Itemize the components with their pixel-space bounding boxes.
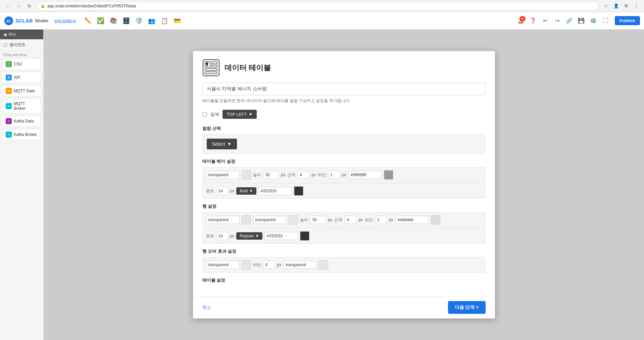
header-bg-color-picker[interactable] bbox=[242, 170, 251, 180]
bookmark-icon[interactable]: ☆ bbox=[602, 2, 610, 10]
row-font-style-label: Regular bbox=[240, 234, 254, 238]
select-chevron: ▼ bbox=[227, 141, 232, 147]
column-select-section: 컬럼 선택 Select ▼ bbox=[202, 126, 486, 154]
hover-color-input[interactable] bbox=[283, 261, 317, 269]
header-font-unit: px bbox=[230, 189, 235, 193]
card-icon[interactable]: 💳 bbox=[171, 15, 183, 27]
check-icon[interactable]: ✅ bbox=[95, 15, 107, 27]
kafka-data-icon: K bbox=[6, 118, 12, 124]
table-header-settings-title: 테이블 헤더 설정 bbox=[202, 158, 486, 164]
header-font-size-input[interactable] bbox=[216, 187, 228, 195]
header-font-color-picker[interactable] bbox=[294, 186, 303, 196]
settings-icon[interactable]: ⚙️ bbox=[588, 15, 599, 26]
sidebar-header-label: 메뉴 bbox=[8, 32, 16, 37]
row-font-size-input[interactable] bbox=[216, 232, 228, 240]
sidebar-item-mqtt-broker[interactable]: M MQTT Broker bbox=[2, 99, 41, 113]
hover-color-picker[interactable] bbox=[319, 260, 328, 270]
sidebar-item-element[interactable]: ⬡ 엘리먼트 bbox=[0, 39, 43, 51]
header-nav-icons: 🔔 99 ❓ ↩ ↪ 🔗 💾 ⚙️ ⛶ Publish bbox=[515, 15, 640, 26]
row-gap-unit: px bbox=[358, 217, 363, 222]
hover-line-input[interactable] bbox=[263, 261, 275, 269]
row-settings-title: 행 설정 bbox=[202, 203, 486, 209]
users-icon[interactable]: 👥 bbox=[146, 15, 158, 27]
row-line-color-input[interactable] bbox=[395, 216, 429, 224]
api-icon: A bbox=[6, 75, 12, 81]
app-domain[interactable]: eng.sclab.io bbox=[54, 18, 76, 23]
share-icon[interactable]: 🔗 bbox=[564, 15, 575, 26]
reload-button[interactable]: ↻ bbox=[25, 1, 34, 11]
cancel-link[interactable]: 취소 bbox=[202, 304, 211, 310]
svg-point-8 bbox=[206, 62, 208, 65]
list-icon[interactable]: 📋 bbox=[158, 15, 170, 27]
sidebar-header[interactable]: ◀ 메뉴 bbox=[0, 30, 43, 39]
mqtt-data-icon: M bbox=[6, 88, 12, 94]
browser-right-icons: ☆ 👤 ⚙ ⋮ bbox=[602, 2, 641, 10]
studio-label: Studio bbox=[35, 18, 48, 23]
header-bg-input[interactable] bbox=[206, 171, 240, 179]
menu-icon[interactable]: ⋮ bbox=[632, 2, 641, 10]
database-icon[interactable]: 🗄️ bbox=[120, 15, 132, 27]
row-line-input[interactable] bbox=[375, 216, 387, 224]
row-font-color-input[interactable] bbox=[264, 232, 298, 240]
sidebar-item-kafka-data[interactable]: K Kafka Data bbox=[2, 115, 41, 127]
row-font-label: 폰트 bbox=[206, 233, 214, 239]
hover-bg-input[interactable] bbox=[206, 261, 240, 269]
header-line-input[interactable] bbox=[328, 171, 340, 179]
row-gap-input[interactable] bbox=[344, 216, 356, 224]
book-icon[interactable]: 📚 bbox=[107, 15, 119, 27]
row-bg2-color-picker[interactable] bbox=[289, 215, 298, 225]
lock-icon: 🔒 bbox=[41, 4, 45, 8]
header-gap-input[interactable] bbox=[297, 171, 309, 179]
top-left-button[interactable]: TOP LEFT ▼ bbox=[222, 110, 257, 119]
row-height-input[interactable] bbox=[310, 216, 326, 224]
shield-icon[interactable]: 🛡️ bbox=[133, 15, 145, 27]
header-height-input[interactable] bbox=[263, 171, 279, 179]
address-bar[interactable]: 🔒 app.sclab.io/editor/site/pwG4idxkFCsP9… bbox=[37, 2, 599, 10]
redo-icon[interactable]: ↪ bbox=[552, 15, 562, 26]
hover-bg-color-picker[interactable] bbox=[242, 260, 251, 270]
header-gap-unit: px bbox=[311, 173, 316, 177]
row-bg1-input[interactable] bbox=[206, 216, 240, 224]
extensions-icon[interactable]: ⚙ bbox=[622, 2, 631, 10]
profile-icon[interactable]: 👤 bbox=[612, 2, 621, 10]
help-icon[interactable]: ❓ bbox=[528, 15, 538, 26]
header-font-label: 폰트 bbox=[206, 188, 214, 194]
svg-rect-4 bbox=[212, 62, 217, 64]
sidebar-item-kafka-broker[interactable]: K Kafka Broker bbox=[2, 129, 41, 140]
browser-bar: ← → ↻ 🔒 app.sclab.io/editor/site/pwG4idx… bbox=[0, 0, 644, 12]
save-icon[interactable]: 💾 bbox=[576, 15, 587, 26]
edit-icon[interactable]: ✏️ bbox=[82, 15, 94, 27]
header-line-color-picker[interactable] bbox=[384, 170, 393, 180]
row-height-unit: px bbox=[328, 217, 333, 222]
main-content: 데이터 테이블 테이블을 만들려면 현재 데이터의 필드에 테이블 열을 구성하… bbox=[44, 30, 644, 340]
sidebar-item-api[interactable]: A API bbox=[2, 72, 41, 83]
select-label: Select bbox=[212, 141, 225, 147]
row-line-color-picker[interactable] bbox=[431, 215, 440, 225]
select-button[interactable]: Select ▼ bbox=[207, 139, 237, 149]
notification-button[interactable]: 🔔 99 bbox=[515, 15, 526, 26]
fullscreen-icon[interactable]: ⛶ bbox=[600, 15, 611, 26]
row-font-unit: px bbox=[230, 234, 235, 238]
row-settings-row2: 폰트 px Regular ▼ bbox=[202, 228, 486, 244]
dialog-title-icon bbox=[202, 59, 220, 77]
row-line-unit: px bbox=[389, 217, 393, 222]
row-font-color-picker[interactable] bbox=[300, 231, 309, 241]
sidebar-item-csv[interactable]: C CSV bbox=[2, 58, 41, 70]
row-hover-row1: 라인 px bbox=[202, 257, 486, 273]
publish-button[interactable]: Publish bbox=[615, 16, 640, 25]
sidebar-item-mqtt-data[interactable]: M MQTT Data bbox=[2, 85, 41, 97]
next-button[interactable]: 다음 단계 > bbox=[448, 301, 486, 314]
table-name-input[interactable] bbox=[202, 83, 486, 95]
row-bg1-color-picker[interactable] bbox=[242, 215, 251, 225]
undo-icon[interactable]: ↩ bbox=[540, 15, 550, 26]
header-font-color-input[interactable] bbox=[258, 187, 292, 195]
forward-button[interactable]: → bbox=[14, 1, 23, 11]
row-font-style-button[interactable]: Regular ▼ bbox=[236, 232, 262, 240]
header-font-style-button[interactable]: Bold ▼ bbox=[236, 187, 256, 195]
top-left-label: TOP LEFT bbox=[227, 112, 247, 117]
back-button[interactable]: ← bbox=[3, 1, 13, 11]
header-line-color-input[interactable] bbox=[348, 171, 382, 179]
row-bg2-input[interactable] bbox=[253, 216, 287, 224]
kafka-data-label: Kafka Data bbox=[14, 119, 34, 124]
search-checkbox[interactable] bbox=[202, 112, 207, 117]
